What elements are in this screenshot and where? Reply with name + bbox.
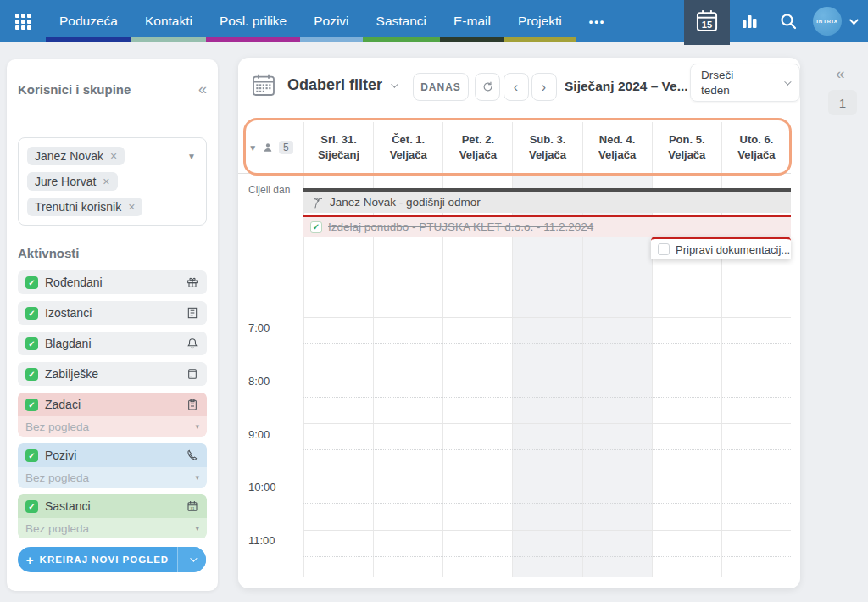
event-absence[interactable]: Janez Novak - godišnji odmor [303,188,791,213]
activity-row-pozivi[interactable]: Pozivi [18,443,207,467]
nav-item-email[interactable]: E-mail [440,0,504,42]
checkbox-checked[interactable] [25,368,38,381]
activity-row-zabiljeske[interactable]: Zabilješke [18,362,207,386]
activity-label: Sastanci [45,499,179,513]
activity-row-zadaci[interactable]: Zadaci [18,393,207,416]
create-view-dropdown[interactable] [177,547,206,572]
activity-row-rodendani[interactable]: Rođendani [18,270,207,294]
page-number-badge[interactable]: 1 [828,90,857,115]
calendar-module-button-active[interactable]: 15 [684,0,730,45]
event-task-done[interactable]: Izdelaj ponudbo - PTUJSKA KLET d.o.o. - … [303,215,791,237]
event-task-open[interactable]: Pripravi dokumentacij... [651,237,791,259]
day-line1: Sri. 31. [320,132,357,148]
event-title: Janez Novak - godišnji odmor [330,196,481,209]
more-dots-icon: ••• [589,15,606,28]
today-button[interactable]: DANAS [413,73,469,101]
chip-remove-icon[interactable]: × [103,175,109,188]
nav-underline [504,37,576,42]
chevron-down-icon [849,15,859,25]
collapse-sidebar-icon[interactable]: « [198,81,207,97]
event-title: Pripravi dokumentacij... [676,243,790,256]
svg-text:31: 31 [191,506,195,510]
nav-label: Posl. prilike [220,14,287,29]
activity-label: Zabilješke [45,367,179,381]
chip-label: Jure Horvat [35,175,96,188]
user-chip[interactable]: Janez Novak × [27,147,125,165]
activity-row-sastanci[interactable]: Sastanci 31 [18,494,207,518]
chip-remove-icon[interactable]: × [128,200,135,214]
day-header-uto-6[interactable]: Uto. 6. Veljača [721,122,791,173]
refresh-button[interactable] [475,73,500,101]
journal-icon [186,367,199,381]
filter-dropdown[interactable]: Odaberi filter [287,76,396,94]
activity-row-izostanci[interactable]: Izostanci [18,301,207,325]
day-header-sub-3[interactable]: Sub. 3. Veljača [512,122,581,173]
nav-more-menu[interactable]: ••• [576,0,620,42]
task-checkbox-unchecked[interactable] [658,243,670,255]
day-header-pon-5[interactable]: Pon. 5. Veljača [652,122,721,173]
create-view-button[interactable]: KREIRAJ NOVI POGLED [18,547,206,572]
zadaci-view-select[interactable]: Bez pogleda ▾ [18,416,207,437]
checkbox-checked[interactable] [25,307,38,320]
main-menu: Poduzeća Kontakti Posl. prilike Pozivi S… [46,0,619,42]
sastanci-view-select[interactable]: Bez pogleda ▾ [18,518,207,538]
checkbox-checked[interactable] [25,399,38,411]
checkbox-checked[interactable] [25,449,38,462]
select-caret-icon[interactable]: ▼ [187,152,196,161]
nav-underline [131,37,206,42]
activity-row-blagdani[interactable]: Blagdani [18,332,207,355]
person-icon[interactable] [262,142,274,153]
day-line1: Uto. 6. [740,132,774,148]
nav-underline [440,37,504,42]
day-header-sri-31[interactable]: Sri. 31. Siječanj [303,122,373,173]
app-grid-button[interactable] [0,0,46,42]
nav-item-pozivi[interactable]: Pozivi [300,0,362,42]
nav-label: Pozivi [314,14,348,29]
next-week-button[interactable]: › [531,73,557,101]
hour-line [303,477,791,477]
checkbox-checked[interactable] [25,500,38,513]
activity-label: Zadaci [45,398,179,411]
day-header-ned-4[interactable]: Ned. 4. Veljača [582,122,652,173]
collapse-right-panel-icon[interactable]: « [836,64,845,83]
nav-item-projekti[interactable]: Projekti [504,0,576,42]
nav-underline [363,37,440,42]
day-line1: Čet. 1. [392,132,425,148]
selected-users-count: 5 [279,141,293,154]
filter-funnel-icon[interactable]: ▼ [248,143,257,153]
nav-underline [206,37,300,42]
day-header-cet-1[interactable]: Čet. 1. Veljača [373,122,442,173]
time-label: 9:00 [248,428,270,441]
user-chip[interactable]: Jure Horvat × [27,172,118,191]
plus-icon [26,553,35,567]
search-button[interactable] [769,0,808,42]
create-view-main[interactable]: KREIRAJ NOVI POGLED [18,553,177,567]
reports-button[interactable] [730,0,769,42]
refresh-icon [481,81,494,93]
date-range-title: Siječanj 2024 – Ve... [565,79,688,94]
day-line2: Veljača [598,148,636,163]
nav-item-poduzeca[interactable]: Poduzeća [46,0,131,42]
users-multiselect[interactable]: Janez Novak × Jure Horvat × Trenutni kor… [18,137,207,226]
checkbox-checked[interactable] [25,337,38,350]
day-line2: Veljača [459,148,497,163]
checkbox-checked[interactable] [25,276,38,289]
nav-item-sastanci[interactable]: Sastanci [363,0,440,42]
user-account-menu[interactable]: INTRIX [808,7,868,36]
view-mode-select[interactable]: Drseči teden [690,64,800,102]
filter-dropdown-label: Odaberi filter [287,76,382,94]
day-header-tools: ▼ 5 [238,122,303,173]
task-checkbox-checked[interactable] [310,221,322,233]
users-panel-title: Korisnici i skupine [18,82,131,97]
bell-icon [186,337,199,350]
hour-line [303,530,791,531]
chip-remove-icon[interactable]: × [110,149,117,163]
pozivi-view-select[interactable]: Bez pogleda ▾ [18,467,207,488]
nav-item-posl-prilike[interactable]: Posl. prilike [206,0,300,42]
user-chip[interactable]: Trenutni korisnik × [27,198,142,216]
activity-label: Izostanci [45,306,179,320]
day-line1: Pet. 2. [462,132,494,148]
nav-item-kontakti[interactable]: Kontakti [131,0,206,42]
prev-week-button[interactable]: ‹ [504,73,529,101]
day-header-pet-2[interactable]: Pet. 2. Veljača [442,122,512,173]
